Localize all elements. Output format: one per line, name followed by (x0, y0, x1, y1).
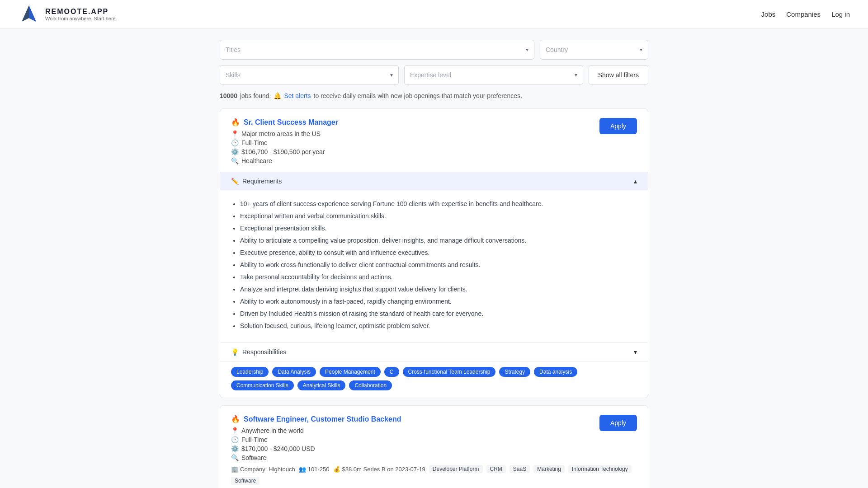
svg-marker-1 (29, 5, 36, 22)
chevron-down-responsibilities-icon: ▾ (634, 348, 637, 356)
responsibilities-label-1: Responsibilities (242, 348, 286, 356)
job-meta-2: 📍 Anywhere in the world 🕐 Full-Time ⚙️ $… (231, 427, 637, 461)
fire-icon-2: 🔥 (231, 415, 240, 423)
company-tag-software: Software (231, 477, 259, 485)
titles-chevron-icon: ▾ (526, 47, 528, 53)
job-card-2: 🔥 Software Engineer, Customer Studio Bac… (220, 405, 648, 488)
tag-cross-functional[interactable]: Cross-functional Team Leadership (403, 367, 496, 377)
req-item: Ability to articulate a compelling value… (240, 236, 637, 245)
tags-row-1: Leadership Data Analysis People Manageme… (220, 361, 648, 398)
logo-icon (18, 4, 40, 25)
job-card-1: 🔥 Sr. Client Success Manager 📍 Major met… (220, 108, 648, 398)
navbar: REMOOTE.APP Work from anywhere. Start he… (0, 0, 868, 29)
titles-placeholder: Titles (226, 46, 241, 53)
alerts-suffix: to receive daily emails with new job ope… (314, 92, 522, 99)
results-info: 10000 jobs found. 🔔 Set alerts to receiv… (220, 92, 648, 99)
apply-button-1[interactable]: Apply (599, 118, 637, 134)
job-type-1: 🕐 Full-Time (231, 139, 637, 146)
req-item: 10+ years of client success experience s… (240, 199, 637, 209)
expertise-filter[interactable]: Expertise level ▾ (404, 65, 583, 85)
apply-button-2[interactable]: Apply (599, 415, 637, 431)
job-title-2[interactable]: 🔥 Software Engineer, Customer Studio Bac… (231, 415, 637, 423)
job-category-1: 🔍 Healthcare (231, 157, 637, 164)
chevron-up-icon-1: ▴ (634, 178, 637, 185)
bell-icon: 🔔 (274, 92, 281, 99)
logo-subtitle: Work from anywhere. Start here. (45, 16, 117, 21)
funding-2: 💰 $38.0m Series B on 2023-07-19 (333, 466, 425, 473)
company-name-2: 🏢 Company: Hightouch (231, 466, 295, 473)
category-icon-1: 🔍 (231, 157, 239, 164)
requirements-list-1: 10+ years of client success experience s… (231, 199, 637, 331)
req-item: Take personal accountability for decisio… (240, 272, 637, 282)
nav-jobs[interactable]: Jobs (761, 10, 776, 18)
tag-c[interactable]: C (384, 367, 399, 377)
tag-data-analysis[interactable]: Data Analysis (272, 367, 316, 377)
country-filter[interactable]: Country ▾ (540, 40, 648, 60)
money-icon-2: ⚙️ (231, 445, 239, 452)
job-location-2: 📍 Anywhere in the world (231, 427, 637, 434)
category-icon-2: 🔍 (231, 454, 239, 461)
titles-filter[interactable]: Titles ▾ (220, 40, 534, 60)
nav-login[interactable]: Log in (831, 10, 850, 18)
tag-people-mgmt[interactable]: People Management (320, 367, 381, 377)
job-meta-1: 📍 Major metro areas in the US 🕐 Full-Tim… (231, 130, 637, 164)
expertise-placeholder: Expertise level (410, 71, 451, 79)
req-item: Ability to work cross-functionally to de… (240, 260, 637, 270)
fire-icon-1: 🔥 (231, 118, 240, 127)
req-item: Analyze and interpret data deriving insi… (240, 285, 637, 294)
set-alerts-link[interactable]: Set alerts (284, 92, 311, 99)
expertise-chevron-icon: ▾ (575, 72, 577, 78)
requirements-section-1: ✏️ Requirements ▴ 10+ years of client su… (220, 172, 648, 343)
job-header-2: 🔥 Software Engineer, Customer Studio Bac… (220, 406, 648, 488)
skills-placeholder: Skills (226, 71, 241, 79)
tag-comm-skills[interactable]: Communication Skills (231, 380, 294, 390)
clock-icon-1: 🕐 (231, 139, 239, 146)
req-item: Exceptional presentation skills. (240, 224, 637, 233)
nav-companies[interactable]: Companies (786, 10, 821, 18)
clock-icon-2: 🕐 (231, 436, 239, 443)
responsibilities-section-1: 💡 Responsibilities ▾ (220, 343, 648, 361)
tag-collab[interactable]: Collaboration (349, 380, 392, 390)
tag-analytical[interactable]: Analytical Skills (297, 380, 346, 390)
company-icon-2: 🏢 (231, 466, 238, 473)
nav-links: Jobs Companies Log in (761, 10, 850, 18)
bulb-icon-1: 💡 (231, 348, 239, 356)
company-tag-it: Information Technology (568, 465, 632, 473)
req-item: Executive presence, ability to consult w… (240, 248, 637, 258)
req-item: Driven by Included Health's mission of r… (240, 309, 637, 319)
job-title-1[interactable]: 🔥 Sr. Client Success Manager (231, 118, 637, 127)
results-count: 10000 (220, 92, 237, 99)
company-tag-saas: SaaS (509, 465, 530, 473)
tag-leadership[interactable]: Leadership (231, 367, 269, 377)
country-placeholder: Country (546, 46, 568, 53)
req-item: Ability to work autonomously in a fast-p… (240, 297, 637, 306)
people-icon-2: 👥 (299, 466, 306, 473)
money-icon-1: ⚙️ (231, 148, 239, 155)
company-tag-dev: Developer Platform (429, 465, 483, 473)
results-count-label: jobs found. (240, 92, 271, 99)
requirements-label-1: Requirements (242, 178, 282, 185)
tag-data-analysis-2[interactable]: Data analysis (534, 367, 577, 377)
filters-row-1: Titles ▾ Country ▾ (220, 40, 648, 60)
company-size-2: 👥 101-250 (299, 466, 330, 473)
skills-filter[interactable]: Skills ▾ (220, 65, 399, 85)
funding-icon-2: 💰 (333, 466, 340, 473)
main-content: Titles ▾ Country ▾ Skills ▾ Expertise le… (212, 29, 656, 488)
requirements-body-1: 10+ years of client success experience s… (220, 190, 648, 343)
job-salary-2: ⚙️ $170,000 - $240,000 USD (231, 445, 637, 452)
logo-area: REMOOTE.APP Work from anywhere. Start he… (18, 4, 117, 25)
job-salary-1: ⚙️ $106,700 - $190,500 per year (231, 148, 637, 155)
skills-chevron-icon: ▾ (390, 72, 393, 78)
company-meta-2: 🏢 Company: Hightouch 👥 101-250 💰 $38.0m … (231, 465, 637, 485)
show-all-filters-button[interactable]: Show all filters (589, 65, 648, 85)
requirements-header-1[interactable]: ✏️ Requirements ▴ (220, 172, 648, 190)
job-category-2: 🔍 Software (231, 454, 637, 461)
pin-icon-1: 📍 (231, 130, 239, 137)
job-header-1: 🔥 Sr. Client Success Manager 📍 Major met… (220, 109, 648, 172)
req-item: Exceptional written and verbal communica… (240, 211, 637, 221)
pin-icon-2: 📍 (231, 427, 239, 434)
tag-strategy[interactable]: Strategy (499, 367, 530, 377)
req-item: Solution focused, curious, lifelong lear… (240, 321, 637, 331)
responsibilities-header-1[interactable]: 💡 Responsibilities ▾ (220, 343, 648, 361)
job-type-2: 🕐 Full-Time (231, 436, 637, 443)
